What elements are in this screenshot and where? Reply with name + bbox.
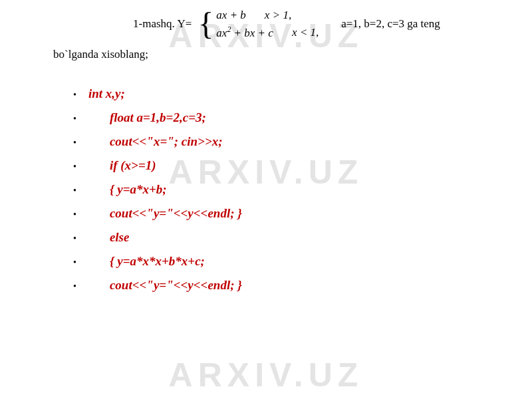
code-text: { y=a*x+b; xyxy=(110,182,167,197)
bullet-icon: • xyxy=(73,209,76,220)
bullet-icon: • xyxy=(73,281,76,292)
problem-prefix: 1-mashq. Y= xyxy=(133,15,192,33)
code-line: • cout<<"y="<<y<<endl; } xyxy=(73,278,532,293)
code-line: • float a=1,b=2,c=3; xyxy=(73,110,532,125)
piece2-expr: ax2 + bx + c xyxy=(216,24,273,41)
piecewise-cases: ax + b x > 1, ax2 + bx + c x < 1, xyxy=(216,7,319,41)
piece1-cond: x > 1, xyxy=(265,7,291,24)
watermark-bottom: ARXIV.UZ xyxy=(169,356,364,394)
code-line: • cout<<"x="; cin>>x; xyxy=(73,134,532,149)
code-text: cout<<"y="<<y<<endl; } xyxy=(110,278,242,293)
left-brace-icon: { xyxy=(198,8,213,40)
bullet-icon: • xyxy=(73,90,76,100)
code-text: if (x>=1) xyxy=(110,158,156,173)
code-line: • cout<<"y="<<y<<endl; } xyxy=(73,206,532,221)
code-text: cout<<"y="<<y<<endl; } xyxy=(110,206,242,221)
piece2-cond: x < 1, xyxy=(292,24,319,41)
code-line: • { y=a*x+b; xyxy=(73,182,532,197)
problem-line-1: 1-mashq. Y= { ax + b x > 1, ax2 + bx + c… xyxy=(53,7,479,41)
code-line: • if (x>=1) xyxy=(73,158,532,173)
problem-suffix: a=1, b=2, c=3 ga teng xyxy=(341,15,440,33)
bullet-icon: • xyxy=(73,138,76,148)
problem-line-2: bo`lganda xisoblang; xyxy=(53,41,479,63)
code-line: • { y=a*x*x+b*x+c; xyxy=(73,254,532,269)
problem-statement: 1-mashq. Y= { ax + b x > 1, ax2 + bx + c… xyxy=(0,0,532,66)
piecewise-brace: { ax + b x > 1, ax2 + bx + c x < 1, xyxy=(198,7,319,41)
code-text: float a=1,b=2,c=3; xyxy=(110,110,206,125)
bullet-icon: • xyxy=(73,162,76,172)
code-line: • else xyxy=(73,230,532,245)
bullet-icon: • xyxy=(73,233,76,244)
content-area: 1-mashq. Y= { ax + b x > 1, ax2 + bx + c… xyxy=(0,0,532,293)
code-text: cout<<"x="; cin>>x; xyxy=(110,134,223,149)
code-text: { y=a*x*x+b*x+c; xyxy=(110,254,205,269)
piece1-expr: ax + b xyxy=(216,7,246,24)
code-line: • int x,y; xyxy=(73,86,532,101)
bullet-icon: • xyxy=(73,186,76,196)
code-text: else xyxy=(110,230,130,245)
code-block: • int x,y; • float a=1,b=2,c=3; • cout<<… xyxy=(0,66,532,293)
piecewise-row-2: ax2 + bx + c x < 1, xyxy=(216,24,319,41)
code-text: int x,y; xyxy=(88,86,125,101)
piecewise-row-1: ax + b x > 1, xyxy=(216,7,319,24)
bullet-icon: • xyxy=(73,114,76,124)
bullet-icon: • xyxy=(73,257,76,268)
